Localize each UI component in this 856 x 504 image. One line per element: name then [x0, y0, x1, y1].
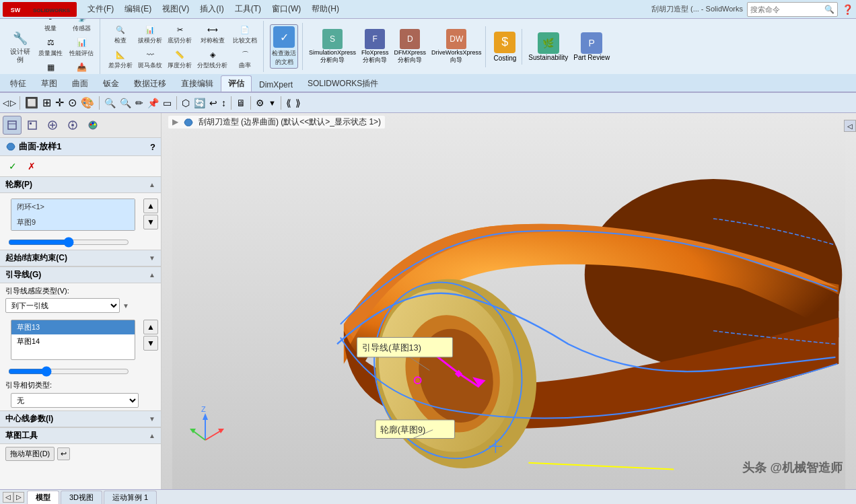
panel-icon-color[interactable]	[83, 116, 102, 135]
tab-solidworks-plugins[interactable]: SOLIDWORKS插件	[300, 75, 386, 92]
right-ctrl-1[interactable]: ◁	[844, 120, 856, 132]
panel-icon-sketch[interactable]	[23, 116, 42, 135]
toolbar-icon-12[interactable]: ↩	[208, 96, 219, 110]
tab-dimxpert[interactable]: DimXpert	[252, 77, 300, 92]
toolbar-icon-6[interactable]: 🔍	[118, 96, 133, 110]
menu-view[interactable]: 视图(V)	[157, 2, 194, 16]
toolbar-icon-9[interactable]: ▭	[162, 96, 173, 110]
panel-icon-target[interactable]	[63, 116, 82, 135]
ribbon-btn-costing[interactable]: $ Costing	[492, 30, 518, 63]
section-centerline[interactable]: 中心线参数(I) ▼	[0, 410, 161, 427]
ribbon-btn-mass[interactable]: ⚖ 质量属性	[36, 35, 65, 59]
section-guide[interactable]: 引导线(G) ▲	[0, 266, 161, 283]
tab-directedit[interactable]: 直接编辑	[174, 75, 221, 92]
ribbon-btn-symmetric[interactable]: ⟷ 对称检查	[195, 22, 229, 46]
tab-datamig[interactable]: 数据迁移	[127, 75, 174, 92]
toolbar-icon-11[interactable]: 🔄	[192, 96, 207, 110]
profile-slider[interactable]	[8, 240, 129, 245]
guide-up-arrow[interactable]: ▲	[143, 320, 158, 334]
help-icon[interactable]: ❓	[842, 4, 853, 15]
menu-edit[interactable]: 编辑(E)	[119, 2, 157, 16]
tab-scroll-left[interactable]: ◁	[3, 492, 13, 503]
bottom-tab-3dview[interactable]: 3D视图	[61, 491, 102, 504]
panel-icon-feature[interactable]	[3, 116, 22, 135]
toolbar-icon-7[interactable]: ✏	[134, 96, 145, 110]
menu-insert[interactable]: 插入(I)	[194, 2, 229, 16]
ribbon-btn-view[interactable]: 👁 视量	[36, 19, 65, 34]
menu-help[interactable]: 帮助(H)	[306, 2, 345, 16]
tab-evaluate[interactable]: 评估	[221, 75, 252, 92]
search-icon[interactable]: 🔍	[824, 5, 834, 14]
guide-item-1[interactable]: 草图13	[11, 320, 135, 334]
ribbon-btn-flo[interactable]: F FloXpress分析向导	[360, 28, 390, 66]
toolbar-dropdown[interactable]: ▼	[267, 98, 277, 108]
toolbar-icon-13[interactable]: ↕	[220, 96, 227, 110]
toolbar-collapse-icon[interactable]: ⟫	[294, 96, 302, 110]
curvature-icon: ⌒	[238, 48, 252, 61]
guide-down-arrow[interactable]: ▼	[143, 336, 158, 351]
ribbon-btn-design[interactable]: 🔧 设计研例	[7, 28, 34, 65]
bottom-tab-motion[interactable]: 运动算例 1	[104, 491, 157, 504]
panel-icon-plus[interactable]	[43, 116, 62, 135]
toolbar-icon-4[interactable]: ⊙	[67, 95, 78, 110]
tangent-dropdown[interactable]: 无	[11, 393, 139, 408]
tab-sheetmetal[interactable]: 钣金	[96, 75, 127, 92]
toolbar-settings-icon[interactable]: ⚙	[254, 96, 266, 110]
guide-item-2[interactable]: 草图14	[11, 334, 135, 349]
ribbon-btn-undercut[interactable]: ✂ 底切分析	[166, 22, 194, 46]
bottom-tab-model[interactable]: 模型	[27, 491, 59, 504]
drag-sketch-btn[interactable]: 拖动草图(D)	[5, 447, 55, 461]
ribbon-btn-simulation[interactable]: S SimulationXpress分析向导	[308, 28, 357, 66]
ribbon-btn-diff[interactable]: 📐 差异分析	[106, 47, 135, 71]
section-profile[interactable]: 轮廓(P) ▲	[0, 176, 161, 193]
profile-up-arrow[interactable]: ▲	[143, 199, 158, 213]
ribbon-btn-part-review[interactable]: P Part Review	[572, 31, 611, 63]
ribbon-btn-section[interactable]: ▦ 剖面属性	[36, 60, 65, 75]
toolbar-icon-14[interactable]: 🖥	[235, 96, 247, 110]
ribbon-btn-check[interactable]: 🔍 检查	[106, 22, 135, 46]
profile-item-2[interactable]: 草图9	[11, 215, 135, 230]
tab-sketch[interactable]: 草图	[34, 75, 65, 92]
profile-down-arrow[interactable]: ▼	[143, 215, 158, 229]
ribbon-btn-thickness[interactable]: 📏 厚度分析	[166, 47, 194, 71]
toolbar-search-icon[interactable]: 🔍	[103, 96, 117, 110]
tab-scroll-right[interactable]: ▷	[13, 492, 24, 503]
ribbon-btn-performance[interactable]: 📊 性能评估	[67, 35, 96, 59]
ribbon-btn-dfm[interactable]: D DFMXpress分析向导	[393, 28, 428, 66]
toolbar-icon-2[interactable]: ⊞	[41, 95, 52, 110]
section-sketchtools[interactable]: 草图工具 ▲	[0, 427, 161, 444]
ribbon-btn-curvature[interactable]: ⌒ 曲率	[231, 47, 259, 71]
profile-item-1[interactable]: 闭环<1>	[11, 199, 135, 215]
toolbar-icon-5[interactable]: 🎨	[79, 95, 96, 110]
toolbar-icon-8[interactable]: 📌	[146, 96, 160, 110]
toolbar-icon-3[interactable]: ✛	[54, 95, 65, 110]
toolbar-icon-10[interactable]: ⬡	[180, 96, 191, 110]
menu-file[interactable]: 文件(F)	[82, 2, 119, 16]
guide-sensitivity-dropdown[interactable]: 到下一引线	[5, 298, 120, 313]
section-startend[interactable]: 起始/结束约束(C) ▼	[0, 250, 161, 266]
part-review-icon: P	[581, 32, 602, 54]
panel-help-btn[interactable]: ?	[150, 142, 155, 152]
undo-btn[interactable]: ↩	[57, 447, 70, 460]
ribbon-btn-input-diag[interactable]: 📥 输入诊断	[67, 60, 96, 75]
toolbar-icon-1[interactable]: 🔲	[24, 95, 40, 110]
guide-slider[interactable]	[8, 369, 129, 374]
menu-window[interactable]: 窗口(W)	[266, 2, 306, 16]
search-input[interactable]	[750, 3, 824, 15]
toolbar-arrow-right[interactable]: ▷	[10, 98, 16, 108]
ribbon-btn-parting[interactable]: ◈ 分型线分析	[195, 47, 229, 71]
ribbon-btn-sustainability[interactable]: 🌿 Sustainability	[527, 31, 569, 63]
ribbon-btn-compare[interactable]: 📄 比较文档	[231, 22, 259, 46]
ribbon-btn-draft[interactable]: 📊 拔模分析	[136, 22, 164, 46]
ribbon-btn-zebra[interactable]: 〰 斑马条纹	[136, 47, 164, 71]
tab-surface[interactable]: 曲面	[65, 75, 96, 92]
toolbar-arrow-left[interactable]: ◁	[3, 98, 9, 108]
tab-feature[interactable]: 特征	[3, 75, 34, 92]
panel-confirm-btn[interactable]: ✓	[5, 159, 20, 174]
panel-cancel-btn[interactable]: ✗	[24, 159, 39, 174]
ribbon-btn-check-active[interactable]: ✓ 检查激活的文档	[270, 24, 298, 69]
ribbon-btn-sensor[interactable]: 📡 传感器	[67, 19, 96, 34]
ribbon-btn-driveworks[interactable]: DW DriveWorksXpress向导	[430, 28, 483, 66]
toolbar-expand-icon[interactable]: ⟪	[285, 96, 293, 110]
menu-tools[interactable]: 工具(T)	[229, 2, 266, 16]
